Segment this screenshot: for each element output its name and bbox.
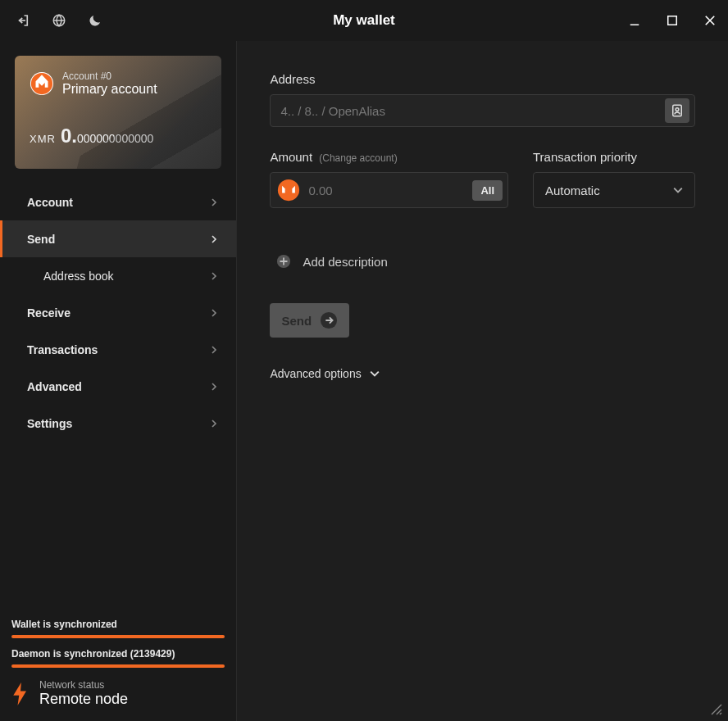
amount-input[interactable] — [308, 184, 464, 197]
account-card[interactable]: Account #0 Primary account XMR 0.0000000… — [15, 56, 221, 169]
minimize-button[interactable] — [625, 11, 644, 30]
svg-point-5 — [278, 179, 299, 201]
account-name: Primary account — [62, 82, 157, 97]
resize-grip[interactable] — [710, 703, 723, 716]
account-number: Account #0 — [62, 70, 157, 82]
nav-label: Receive — [27, 306, 71, 320]
nav-settings[interactable]: Settings — [0, 405, 236, 442]
send-button[interactable]: Send — [270, 303, 349, 338]
account-balance: XMR 0.000000000000 — [30, 125, 207, 147]
address-book-icon — [670, 103, 685, 118]
daemon-sync-status: Daemon is synchronized (2139429) — [11, 648, 225, 660]
chevron-right-icon — [210, 235, 218, 243]
add-description-label: Add description — [303, 255, 387, 269]
priority-label: Transaction priority — [533, 150, 695, 164]
chevron-right-icon — [210, 198, 218, 206]
moon-icon[interactable] — [87, 12, 103, 29]
bolt-icon — [11, 682, 30, 705]
chevron-down-icon — [673, 185, 683, 195]
advanced-options-toggle[interactable]: Advanced options — [270, 367, 695, 380]
address-label: Address — [270, 72, 695, 86]
chevron-right-icon — [210, 272, 218, 280]
chevron-right-icon — [210, 383, 218, 391]
balance-currency: XMR — [30, 133, 56, 145]
globe-icon[interactable] — [51, 12, 67, 29]
send-button-label: Send — [281, 314, 312, 328]
svg-rect-1 — [668, 16, 677, 25]
priority-value: Automatic — [545, 184, 600, 197]
chevron-right-icon — [210, 419, 218, 428]
balance-integer: 0. — [61, 125, 77, 147]
nav-account[interactable]: Account — [0, 184, 236, 220]
wallet-sync-status: Wallet is synchronized — [11, 619, 225, 630]
sidebar-nav: Account Send Address book Receive Transa… — [0, 184, 236, 442]
amount-input-wrap: All — [270, 172, 508, 208]
network-status-value: Remote node — [39, 691, 128, 708]
advanced-options-label: Advanced options — [270, 367, 361, 380]
address-input[interactable] — [280, 104, 665, 118]
status-block: Wallet is synchronized Daemon is synchro… — [0, 609, 236, 721]
network-status-label: Network status — [39, 679, 128, 691]
nav-receive[interactable]: Receive — [0, 294, 236, 331]
nav-advanced[interactable]: Advanced — [0, 368, 236, 405]
monero-logo-icon — [30, 71, 54, 96]
chevron-right-icon — [210, 346, 218, 354]
close-button[interactable] — [700, 11, 720, 30]
nav-label: Transactions — [27, 343, 98, 356]
logout-icon[interactable] — [15, 12, 31, 29]
main-panel: Address Amount (Change account) — [237, 41, 728, 721]
change-account-link[interactable]: (Change account) — [319, 152, 397, 164]
chevron-right-icon — [210, 309, 218, 317]
sidebar: Account #0 Primary account XMR 0.0000000… — [0, 41, 237, 721]
nav-label: Send — [27, 233, 55, 246]
nav-label: Advanced — [27, 380, 82, 393]
address-input-wrap — [270, 94, 695, 127]
nav-transactions[interactable]: Transactions — [0, 331, 236, 368]
monero-icon — [277, 179, 300, 202]
maximize-button[interactable] — [662, 11, 682, 30]
svg-point-4 — [676, 108, 679, 111]
nav-send[interactable]: Send — [0, 220, 236, 257]
daemon-sync-bar — [11, 664, 225, 668]
plus-circle-icon — [276, 254, 291, 269]
add-description-button[interactable]: Add description — [270, 254, 695, 269]
window-title: My wallet — [0, 12, 728, 29]
title-bar: My wallet — [0, 0, 728, 41]
address-book-button[interactable] — [665, 98, 689, 123]
network-status[interactable]: Network status Remote node — [11, 679, 225, 708]
amount-all-button[interactable]: All — [472, 180, 503, 201]
balance-fraction: 000000000000 — [77, 132, 153, 145]
nav-label: Settings — [27, 417, 72, 430]
wallet-sync-bar — [11, 635, 225, 638]
arrow-right-circle-icon — [320, 311, 338, 329]
nav-label: Address book — [43, 270, 114, 283]
amount-label: Amount (Change account) — [270, 150, 508, 164]
nav-address-book[interactable]: Address book — [0, 257, 236, 294]
nav-label: Account — [27, 196, 73, 209]
chevron-down-icon — [370, 369, 380, 379]
priority-select[interactable]: Automatic — [533, 172, 695, 208]
